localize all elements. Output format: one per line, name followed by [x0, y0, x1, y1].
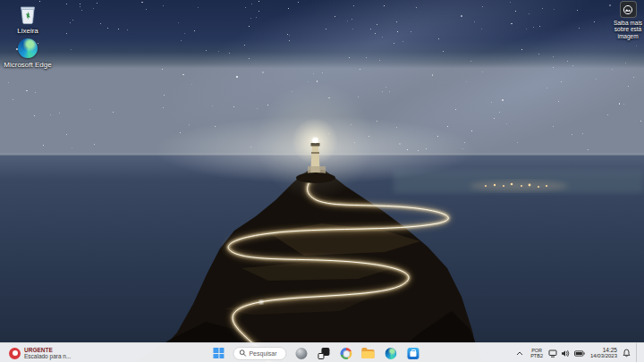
- language-line2: PTB2: [530, 353, 543, 358]
- notifications-bell-icon[interactable]: [623, 349, 631, 358]
- edge-icon: [385, 348, 396, 359]
- widgets-headline: URGENTE: [24, 347, 71, 353]
- ethernet-icon: [548, 349, 557, 358]
- microsoft-store-button[interactable]: [404, 345, 420, 361]
- tray-time: 14:25: [603, 347, 617, 354]
- desktop-icon-spotlight[interactable]: Saiba mais sobre esta imagem: [612, 1, 644, 39]
- search-placeholder: Pesquisar: [249, 350, 276, 357]
- microsoft-store-icon: [407, 348, 419, 359]
- widgets-button[interactable]: URGENTE Escalado para n...: [4, 343, 76, 362]
- desktop-wallpaper: [0, 0, 644, 362]
- desktop-icon-recycle-bin[interactable]: Lixeira: [2, 4, 54, 35]
- taskbar: URGENTE Escalado para n... Pesquisar: [0, 342, 644, 362]
- widgets-subtext: Escalado para n...: [24, 353, 71, 359]
- taskbar-app-chrome[interactable]: [337, 345, 353, 361]
- desktop-icon-label: Saiba mais sobre esta imagem: [612, 20, 644, 39]
- volume-icon: [561, 349, 571, 358]
- spotlight-camera-icon: [620, 1, 637, 18]
- tray-date: 14/03/2023: [590, 353, 617, 359]
- taskbar-center: Pesquisar: [210, 343, 420, 362]
- news-source-icon: [9, 348, 21, 359]
- language-indicator[interactable]: POR PTB2: [530, 348, 543, 358]
- edge-icon: [17, 38, 38, 59]
- clock[interactable]: 14:25 14/03/2023: [590, 347, 617, 360]
- wallpaper-scene: [0, 0, 644, 362]
- round-app-icon: [295, 348, 307, 359]
- search-icon: [239, 349, 246, 357]
- desktop-icon-label: Lixeira: [17, 27, 38, 35]
- chrome-icon: [340, 348, 352, 359]
- hidden-icons-button[interactable]: [514, 345, 525, 361]
- desktop-icon-edge[interactable]: Microsoft Edge: [2, 38, 54, 69]
- task-view-icon: [318, 348, 329, 359]
- taskbar-app-edge[interactable]: [382, 345, 398, 361]
- show-desktop-button[interactable]: [636, 343, 639, 362]
- file-explorer-icon: [361, 349, 374, 359]
- status-icons[interactable]: [548, 349, 585, 358]
- search-box[interactable]: Pesquisar: [233, 347, 286, 360]
- task-view-button[interactable]: [315, 345, 331, 361]
- chevron-up-icon: [516, 351, 523, 356]
- file-explorer-button[interactable]: [360, 345, 376, 361]
- recycle-bin-icon: [17, 4, 38, 25]
- windows-logo-icon: [213, 348, 224, 358]
- desktop-icon-label: Microsoft Edge: [4, 61, 51, 69]
- system-tray: POR PTB2 14:25 14/03/2023: [514, 343, 642, 362]
- start-button[interactable]: [210, 345, 226, 361]
- taskbar-app-round[interactable]: [292, 345, 309, 361]
- battery-icon: [574, 350, 585, 357]
